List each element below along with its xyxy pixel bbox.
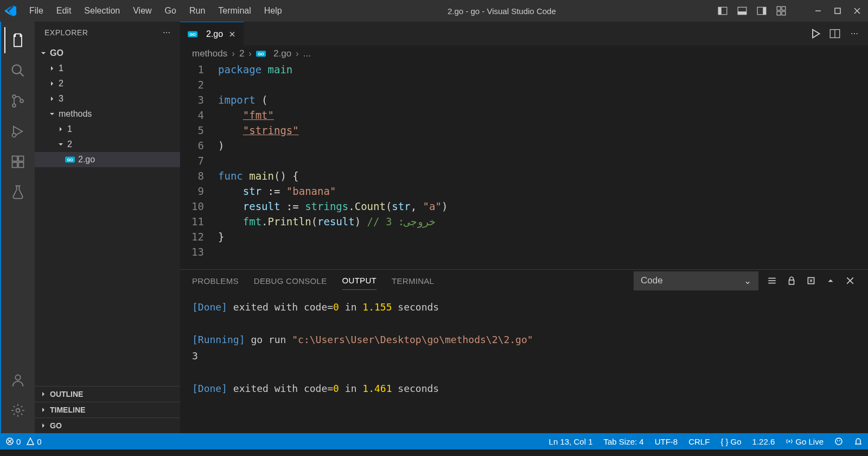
more-actions-icon[interactable]: ⋯	[848, 28, 860, 40]
status-go-version[interactable]: 1.22.6	[752, 437, 775, 446]
accounts-icon[interactable]	[5, 367, 31, 393]
status-warnings[interactable]: 0	[26, 437, 41, 446]
go-file-icon: GO	[65, 156, 75, 163]
panel-tab-terminal[interactable]: TERMINAL	[392, 272, 434, 290]
split-editor-icon[interactable]	[829, 28, 841, 40]
minimize-icon[interactable]	[812, 4, 825, 17]
layout-toggle-panel-icon[interactable]	[736, 4, 749, 17]
code-editor[interactable]: 1 2 3 4 5 6 7 8 9 10 11 12 13 package ma…	[180, 62, 868, 269]
code-token: )	[442, 200, 448, 212]
clear-output-icon[interactable]	[805, 275, 817, 287]
run-debug-icon[interactable]	[5, 118, 31, 144]
timeline-section[interactable]: TIMELINE	[35, 402, 180, 417]
lock-scroll-icon[interactable]	[786, 275, 797, 287]
code-content[interactable]: package main import ( "fmt" "strings" ) …	[218, 62, 868, 269]
menu-edit[interactable]: Edit	[51, 4, 77, 18]
svg-rect-7	[782, 7, 786, 10]
svg-text:GO: GO	[258, 52, 264, 56]
source-control-icon[interactable]	[5, 88, 31, 114]
breadcrumb[interactable]: methods › 2 › GO 2.go › ...	[180, 46, 868, 62]
status-encoding[interactable]: UTF-8	[655, 437, 678, 446]
menu-terminal[interactable]: Terminal	[213, 4, 256, 18]
svg-point-51	[839, 440, 840, 441]
breadcrumb-item[interactable]: 2	[239, 48, 244, 59]
panel-tab-output[interactable]: OUTPUT	[342, 271, 376, 290]
layout-toggle-primary-icon[interactable]	[716, 4, 729, 17]
maximize-icon[interactable]	[831, 4, 844, 17]
go-file-icon: GO	[256, 50, 266, 57]
code-token: (	[386, 200, 392, 212]
status-language[interactable]: { } Go	[720, 437, 741, 446]
close-icon[interactable]	[851, 4, 864, 17]
output-text: code=	[304, 383, 333, 394]
status-bell-icon[interactable]	[854, 437, 863, 446]
tree-folder-m2[interactable]: 2	[35, 137, 180, 152]
explorer-icon[interactable]	[4, 27, 30, 53]
search-icon[interactable]	[5, 58, 31, 84]
status-label: Go	[731, 437, 742, 446]
status-cursor-pos[interactable]: Ln 13, Col 1	[549, 437, 593, 446]
chevron-right-icon	[48, 64, 56, 73]
tree-folder-3[interactable]: 3	[35, 91, 180, 106]
panel-tabs: PROBLEMS DEBUG CONSOLE OUTPUT TERMINAL C…	[180, 270, 868, 292]
run-icon[interactable]	[809, 28, 821, 40]
tab-close-icon[interactable]	[228, 30, 236, 38]
filter-icon[interactable]	[766, 275, 778, 287]
output-text: seconds	[392, 383, 439, 394]
code-token: func	[218, 170, 243, 182]
tree-folder-1[interactable]: 1	[35, 61, 180, 76]
status-errors[interactable]: 0	[5, 437, 21, 446]
svg-rect-11	[835, 8, 840, 14]
menu-view[interactable]: View	[127, 4, 157, 18]
tree-file-2go[interactable]: GO 2.go	[35, 152, 180, 167]
svg-rect-21	[12, 162, 17, 167]
status-tab-size[interactable]: Tab Size: 4	[603, 437, 643, 446]
layout-toggle-secondary-icon[interactable]	[755, 4, 768, 17]
tree-label: 3	[59, 94, 63, 104]
status-feedback-icon[interactable]	[834, 437, 843, 446]
code-token: .	[261, 216, 267, 227]
output-content[interactable]: [Done] exited with code=0 in 1.155 secon…	[180, 292, 868, 433]
line-number: 11	[180, 214, 204, 229]
breadcrumb-item[interactable]: methods	[192, 48, 227, 59]
breadcrumb-item[interactable]: 2.go	[273, 48, 291, 59]
tree-root-label: GO	[50, 48, 63, 58]
output-text: seconds	[392, 301, 439, 313]
menu-run[interactable]: Run	[184, 4, 210, 18]
testing-icon[interactable]	[5, 179, 31, 205]
panel-tab-debug[interactable]: DEBUG CONSOLE	[254, 272, 327, 290]
go-section[interactable]: GO	[35, 417, 180, 433]
chevron-right-icon: ›	[232, 48, 235, 59]
broadcast-icon	[786, 438, 793, 445]
panel-tab-problems[interactable]: PROBLEMS	[192, 272, 239, 290]
line-number: 4	[180, 107, 204, 123]
menu-selection[interactable]: Selection	[79, 4, 125, 18]
output-text: [Running]	[192, 334, 245, 345]
maximize-panel-icon[interactable]	[825, 275, 837, 287]
status-go-live[interactable]: Go Live	[786, 437, 824, 446]
svg-point-50	[837, 440, 838, 441]
output-channel-select[interactable]: Code ⌄	[634, 271, 758, 290]
extensions-icon[interactable]	[5, 149, 31, 175]
breadcrumb-item[interactable]: ...	[303, 48, 311, 59]
outline-section[interactable]: OUTLINE	[35, 386, 180, 402]
svg-rect-1	[718, 7, 722, 15]
customize-layout-icon[interactable]	[775, 4, 788, 17]
close-panel-icon[interactable]	[844, 275, 856, 287]
status-eol[interactable]: CRLF	[688, 437, 710, 446]
tree-root[interactable]: GO	[35, 46, 180, 61]
code-token: .	[348, 200, 354, 212]
sidebar-more-icon[interactable]: ⋯	[163, 28, 170, 37]
tree-folder-2[interactable]: 2	[35, 76, 180, 91]
line-number: 13	[180, 244, 204, 259]
tab-2go[interactable]: GO 2.go	[180, 22, 244, 46]
vscode-icon	[4, 4, 17, 17]
settings-gear-icon[interactable]	[5, 397, 31, 423]
menu-help[interactable]: Help	[259, 4, 288, 18]
tree-folder-methods[interactable]: methods	[35, 106, 180, 122]
menu-go[interactable]: Go	[159, 4, 182, 18]
svg-point-48	[789, 440, 791, 442]
tree-folder-m1[interactable]: 1	[35, 122, 180, 137]
code-token: str	[243, 185, 261, 197]
menu-file[interactable]: File	[24, 4, 49, 18]
